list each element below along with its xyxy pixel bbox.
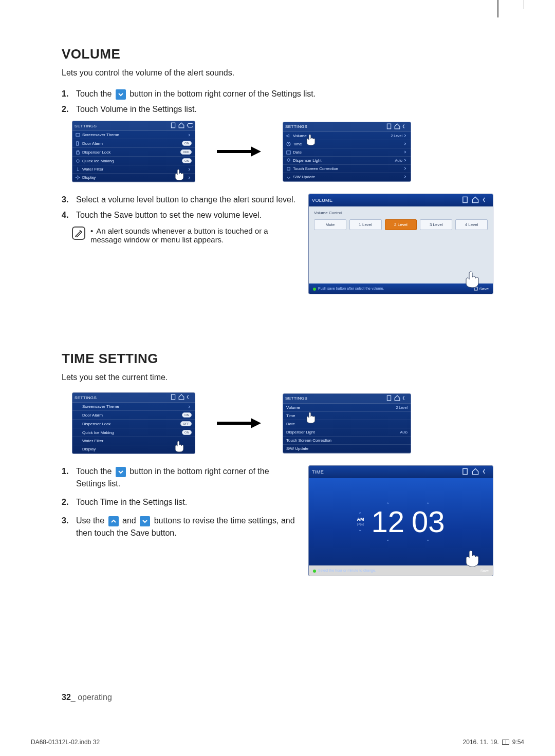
hand-pointer-icon (461, 546, 492, 568)
hand-pointer-icon (172, 166, 193, 181)
svg-rect-2 (77, 141, 79, 145)
chevron-down-icon[interactable]: ⌄ (358, 527, 362, 532)
save-button[interactable]: Save (480, 569, 489, 573)
panel-header-icons (169, 122, 193, 129)
fridge-icon (170, 394, 176, 400)
ampm-boxes-icon (502, 740, 509, 745)
step-number: 2. (62, 103, 76, 116)
hand-pointer-icon (304, 409, 324, 424)
back-icon (187, 122, 193, 128)
chevron-down-icon (116, 467, 126, 477)
back-icon (483, 196, 490, 203)
hand-pointer-icon (172, 438, 193, 452)
svg-rect-0 (171, 123, 175, 128)
chevron-down-icon[interactable]: ⌄ (386, 537, 390, 542)
home-icon (394, 395, 400, 401)
home-icon (178, 394, 184, 400)
step-text: Touch Volume in the Settings list. (76, 103, 493, 116)
fridge-icon (170, 122, 176, 128)
settings-screenshot-left: SETTINGS Screensaver Theme Door AlarmON … (72, 121, 195, 182)
time-setting-screenshot: TIME ⌃ AM PM ⌄ ⌃ 12 (308, 465, 493, 576)
volume-button[interactable]: Mute (314, 219, 346, 230)
panel-title: SETTINGS (285, 124, 307, 129)
svg-rect-7 (387, 124, 391, 129)
time-hour: 12 (371, 507, 404, 537)
svg-rect-1 (76, 134, 80, 136)
svg-rect-16 (387, 395, 391, 401)
svg-rect-12 (463, 197, 467, 202)
print-date: 2016. 11. 19. (463, 739, 499, 746)
volume-heading: VOLUME (62, 46, 493, 62)
time-figure-row-1: SETTINGS Screensaver Theme Door AlarmON … (72, 392, 493, 454)
fridge-icon (461, 196, 469, 203)
svg-rect-17 (463, 468, 467, 474)
chevron-up-icon (108, 516, 119, 526)
fridge-icon (386, 123, 392, 129)
step-number: 1. (62, 88, 76, 100)
chevron-down-icon[interactable]: ⌄ (426, 537, 430, 542)
settings-screenshot-right: SETTINGS Volume2 Level Time Date Dispens… (283, 122, 411, 182)
hand-pointer-icon (304, 131, 324, 146)
volume-steps-2: 3.Select a volume level button to change… (62, 194, 298, 221)
step-text: Touch the button in the bottom right cor… (76, 88, 493, 100)
home-icon (472, 468, 479, 475)
hand-pointer-icon (461, 267, 492, 288)
note: •An alert sounds whenever a button is to… (72, 226, 298, 244)
home-icon (178, 122, 184, 128)
svg-rect-14 (171, 394, 175, 400)
chevron-down-icon (140, 516, 150, 526)
note-icon (72, 226, 85, 240)
time-minute: 03 (412, 507, 445, 537)
back-icon (483, 468, 490, 475)
back-icon (402, 123, 409, 129)
volume-control-screenshot: VOLUME Volume Control Mute 1 Level 2 Lev… (308, 194, 493, 294)
home-icon (472, 196, 479, 203)
panel-title: SETTINGS (75, 124, 97, 128)
svg-point-5 (77, 177, 79, 179)
print-file: DA68-01312L-02.indb 32 (31, 739, 100, 746)
back-icon (187, 394, 193, 400)
time-steps: 1. Touch the button in the bottom right … (62, 465, 298, 539)
chevron-down-icon (116, 89, 126, 100)
volume-steps-1: 1. Touch the button in the bottom right … (62, 88, 493, 116)
fridge-icon (386, 395, 392, 401)
time-lead: Lets you set the current time. (62, 373, 493, 382)
settings-screenshot-left: SETTINGS Screensaver Theme Door AlarmON … (72, 392, 195, 454)
svg-point-10 (287, 158, 290, 161)
print-marks: DA68-01312L-02.indb 32 2016. 11. 19. 9:5… (31, 739, 524, 746)
settings-screenshot-right: SETTINGS Volume2 Level Time Date Dispens… (283, 393, 411, 453)
volume-lead: Lets you control the volume of the alert… (62, 68, 493, 78)
svg-point-4 (77, 159, 79, 162)
svg-rect-9 (287, 150, 290, 154)
fridge-icon (461, 468, 469, 475)
page-footer: 32_ operating (62, 693, 493, 702)
svg-rect-11 (287, 167, 290, 169)
arrow-right-icon (206, 417, 272, 429)
back-icon (402, 395, 409, 401)
chevron-up-icon[interactable]: ⌃ (358, 512, 362, 517)
volume-button[interactable]: 1 Level (349, 219, 382, 230)
volume-button[interactable]: 3 Level (420, 219, 452, 230)
time-heading: TIME SETTING (62, 351, 493, 367)
arrow-right-icon (206, 145, 272, 158)
svg-rect-3 (77, 152, 79, 154)
print-time: 9:54 (512, 739, 524, 746)
home-icon (394, 123, 400, 129)
volume-button[interactable]: 4 Level (455, 219, 488, 230)
volume-button-selected[interactable]: 2 Level (385, 219, 417, 230)
volume-figure-row-1: SETTINGS Screensaver Theme Door AlarmON … (72, 121, 493, 182)
volume-level-buttons: Mute 1 Level 2 Level 3 Level 4 Level (314, 219, 488, 230)
